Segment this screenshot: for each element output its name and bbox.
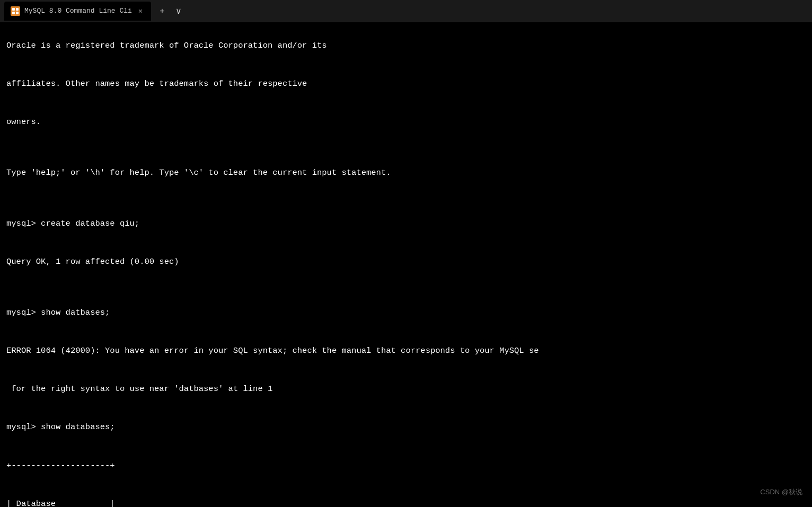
- terminal-line-7: mysql> create database qiu;: [6, 217, 806, 230]
- terminal-line-12: for the right syntax to use near 'datbas…: [6, 383, 806, 395]
- terminal-line-1: Oracle is a registered trademark of Orac…: [6, 39, 806, 52]
- terminal-line-2: affiliates. Other names may be trademark…: [6, 77, 806, 90]
- terminal-line-8: Query OK, 1 row affected (0.00 sec): [6, 255, 806, 268]
- terminal-line-13: mysql> show databases;: [6, 421, 806, 433]
- dropdown-button[interactable]: ∨: [171, 4, 186, 18]
- terminal-line-5: Type 'help;' or '\h' for help. Type '\c'…: [6, 166, 806, 179]
- tab-icon: [11, 6, 20, 16]
- title-bar: MySQL 8.0 Command Line Cli ✕ + ∨: [0, 0, 812, 22]
- tab-actions: + ∨: [155, 4, 186, 18]
- active-tab[interactable]: MySQL 8.0 Command Line Cli ✕: [4, 2, 151, 21]
- terminal-line-15: | Database |: [6, 497, 806, 507]
- new-tab-button[interactable]: +: [155, 4, 169, 18]
- svg-rect-1: [16, 8, 19, 11]
- terminal-body[interactable]: Oracle is a registered trademark of Orac…: [0, 22, 812, 507]
- watermark: CSDN @秋说: [760, 487, 802, 497]
- tab-label: MySQL 8.0 Command Line Cli: [24, 7, 132, 15]
- terminal-line-14: +--------------------+: [6, 459, 806, 472]
- terminal-line-11: ERROR 1064 (42000): You have an error in…: [6, 344, 806, 357]
- tab-close-button[interactable]: ✕: [136, 5, 145, 16]
- svg-rect-2: [12, 12, 15, 14]
- svg-rect-0: [12, 8, 15, 11]
- svg-rect-3: [16, 12, 19, 14]
- terminal-line-10: mysql> show datbases;: [6, 306, 806, 319]
- terminal-line-3: owners.: [6, 115, 806, 128]
